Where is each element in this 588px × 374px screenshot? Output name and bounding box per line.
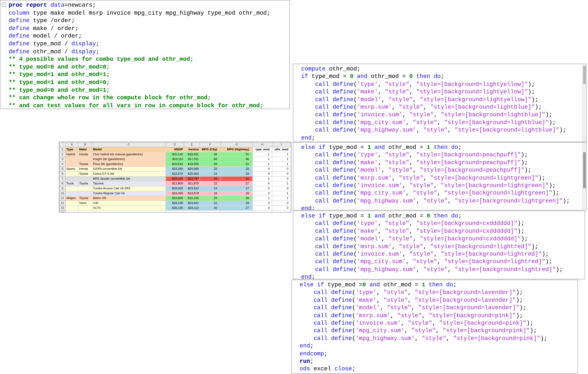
cell[interactable]: 0	[252, 191, 272, 196]
cell[interactable]: $25,130	[166, 177, 184, 181]
cell[interactable]: $19,110	[166, 157, 184, 162]
cell[interactable]: $23,520	[184, 186, 200, 191]
column-header[interactable]: D	[166, 142, 184, 147]
header-cell[interactable]: othr_mod	[272, 147, 291, 152]
cell[interactable]: Toyota	[78, 162, 92, 167]
cell[interactable]: $11,879	[184, 181, 200, 186]
row-header[interactable]: 2	[60, 152, 65, 157]
cell[interactable]: Honda	[78, 166, 92, 171]
cell[interactable]: 1	[252, 157, 272, 162]
collapse-toggle-icon[interactable]: -	[2, 2, 6, 7]
cell[interactable]	[78, 206, 92, 211]
header-cell[interactable]: Type	[65, 147, 78, 152]
spreadsheet[interactable]: ABCDEFGHI1TypeMakeModelMSRPInvoiceMPG (C…	[59, 142, 291, 213]
cell[interactable]: 0	[272, 186, 291, 191]
row-header[interactable]: 10	[60, 191, 65, 196]
cell[interactable]	[200, 210, 221, 213]
cell[interactable]: S2000 convertible 2dr	[92, 166, 166, 171]
cell[interactable]: 20	[200, 166, 221, 171]
cell[interactable]	[78, 186, 92, 191]
cell[interactable]: $26,135	[166, 201, 184, 206]
cell[interactable]: Matrix XR	[92, 196, 166, 201]
cell[interactable]: MR2 Spyder convertible 2dr	[92, 177, 166, 181]
cell[interactable]: $29,965	[184, 166, 200, 171]
cell[interactable]	[166, 210, 184, 213]
header-cell[interactable]: Invoice	[184, 147, 200, 152]
cell[interactable]: $17,911	[184, 157, 200, 162]
cell[interactable]: 27	[221, 181, 252, 186]
cell[interactable]: 29	[200, 196, 221, 201]
sas-code-panel-compute-yellow-blue[interactable]: compute othr_mod;if type_mod = 0 and oth…	[293, 64, 586, 142]
row-header[interactable]: 5	[60, 166, 65, 171]
header-cell[interactable]: MPG (Highway)	[221, 147, 252, 152]
cell[interactable]: 60	[200, 157, 221, 162]
scrollbar[interactable]	[582, 64, 586, 142]
scrollbar-thumb[interactable]	[583, 152, 586, 188]
cell[interactable]	[78, 157, 92, 162]
column-header[interactable]: B	[78, 142, 92, 147]
cell[interactable]: Toyota	[78, 181, 92, 186]
cell[interactable]: 1	[252, 177, 272, 181]
cell[interactable]: 0	[252, 206, 272, 211]
cell[interactable]: 66	[221, 157, 252, 162]
cell[interactable]: 22	[200, 201, 221, 206]
cell[interactable]: 0	[252, 186, 272, 191]
cell[interactable]: Honda	[78, 152, 92, 157]
cell[interactable]	[272, 210, 291, 213]
cell[interactable]: 0	[272, 206, 291, 211]
cell[interactable]: 32	[221, 177, 252, 181]
cell[interactable]: Prius 4dr (gas/electric)	[92, 162, 166, 167]
row-header[interactable]: 7	[60, 177, 65, 181]
cell[interactable]: 0	[252, 181, 272, 186]
cell[interactable]	[65, 206, 78, 211]
cell[interactable]: $18,451	[184, 152, 200, 157]
cell[interactable]: 14	[200, 186, 221, 191]
cell[interactable]: $14,978	[184, 191, 200, 196]
cell[interactable]	[65, 201, 78, 206]
cell[interactable]: 1	[252, 162, 272, 167]
cell[interactable]	[184, 210, 200, 213]
cell[interactable]: 16	[200, 191, 221, 196]
cell[interactable]: $22,570	[166, 171, 184, 177]
sas-code-panel-compute-peach-green[interactable]: else if type_mod = 1 and othr_mod = 1 th…	[293, 142, 586, 210]
cell[interactable]: $35,145	[166, 206, 184, 211]
cell[interactable]	[65, 177, 78, 181]
cell[interactable]	[221, 210, 252, 213]
cell[interactable]	[65, 210, 78, 213]
cell[interactable]: $18,926	[184, 162, 200, 167]
cell[interactable]: 46	[200, 152, 221, 157]
cell[interactable]: Insight 2dr (gas/electric)	[92, 157, 166, 162]
cell[interactable]	[78, 210, 92, 213]
cell[interactable]: 51	[221, 152, 252, 157]
cell[interactable]: 27	[221, 206, 252, 211]
cell[interactable]: $15,156	[184, 196, 200, 201]
cell[interactable]: $22,787	[184, 177, 200, 181]
cell[interactable]: 0	[272, 177, 291, 181]
cell[interactable]: $16,695	[166, 196, 184, 201]
cell[interactable]: 0	[252, 171, 272, 177]
cell[interactable]: 59	[200, 162, 221, 167]
cell[interactable]	[252, 210, 272, 213]
cell[interactable]: Tundra Access Cab V6 SR5	[92, 186, 166, 191]
header-cell[interactable]: type_mod	[252, 147, 272, 152]
sas-code-panel-main[interactable]: - proc report data=newcars;column type m…	[0, 0, 290, 109]
cell[interactable]	[65, 171, 78, 177]
cell[interactable]: 1	[272, 191, 291, 196]
cell[interactable]: 0	[252, 201, 272, 206]
cell[interactable]: 1	[272, 196, 291, 201]
row-header[interactable]: 9	[60, 186, 65, 191]
cell[interactable]: 0	[272, 201, 291, 206]
column-header[interactable]: A	[65, 142, 78, 147]
scrollbar-thumb[interactable]	[583, 66, 586, 84]
column-header[interactable]: F	[200, 142, 221, 147]
cell[interactable]: 0	[272, 166, 291, 171]
cell[interactable]: 1	[272, 181, 291, 186]
cell[interactable]: 51	[221, 162, 252, 167]
cell[interactable]: 0	[252, 166, 272, 171]
column-header[interactable]: I	[272, 142, 291, 147]
row-header[interactable]: 3	[60, 157, 65, 162]
sas-code-panel-compute-lavender-pink[interactable]: else if type_mod =0 and othr_mod = 1 the…	[291, 280, 578, 374]
cell[interactable]: 1	[252, 152, 272, 157]
cell[interactable]: $16,495	[166, 191, 184, 196]
cell[interactable]: 1	[272, 152, 291, 157]
